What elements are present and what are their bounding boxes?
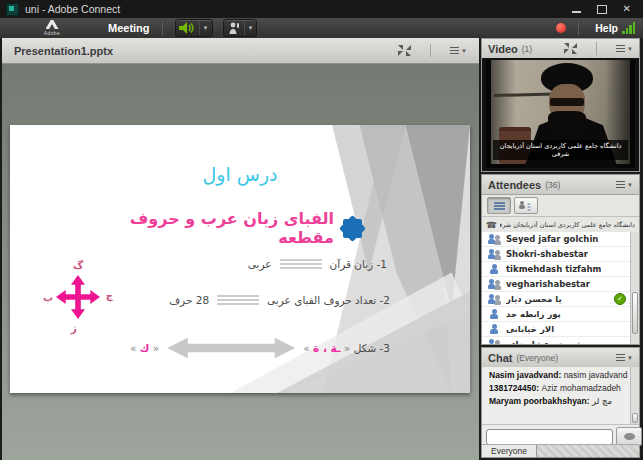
chat-input[interactable] [486, 429, 613, 445]
fullscreen-icon[interactable] [398, 45, 411, 56]
divider [596, 42, 597, 55]
chat-bubble-icon [624, 433, 635, 440]
star-icon [343, 219, 362, 238]
slide-item-3: 3- شكل « ـة ، ة » « ك » [50, 337, 390, 359]
close-button[interactable]: ✕ [623, 4, 631, 14]
attendee-role-icon [488, 339, 502, 345]
fullscreen-icon[interactable] [564, 43, 577, 54]
presentation-stage: درس اول الفبای زبان عرب و حروف مقطعه 1- … [2, 64, 479, 460]
adobe-a-icon [46, 20, 59, 29]
attendee-name: الار خیابانی [506, 324, 554, 334]
guillemet: » [130, 342, 136, 354]
attendee-name: tikmehdash tizfahm [506, 264, 601, 274]
divider [162, 22, 163, 35]
attendee-row[interactable]: vegharishabestar [482, 277, 631, 292]
attendee-name: شبستر_عشایرزاده [506, 339, 583, 344]
chat-header: Chat (Everyone) ▼ [482, 348, 639, 368]
attendee-row[interactable]: Seyed jafar golchin [482, 232, 631, 247]
attendee-status-view-button[interactable] [514, 197, 538, 214]
chat-sender: Maryam poorbakhshyan: [489, 396, 592, 406]
chat-text: nasim javadvand [564, 370, 628, 380]
host-name: دانشگاه جامع علمی کاربردی استان آذربایجا… [500, 221, 635, 229]
speaker-icon [179, 22, 195, 34]
attendee-name: Seyed jafar golchin [506, 234, 598, 244]
chat-scrollbar[interactable] [630, 367, 639, 424]
slide-heading: درس اول [140, 163, 340, 185]
chat-sender: Nasim javadvand: [489, 370, 564, 380]
chat-tab-bar: Everyone [482, 444, 639, 457]
chat-text: Aziz mohamadzadeh [541, 383, 620, 393]
status-dropdown-caret[interactable]: ▼ [244, 21, 254, 35]
restore-button[interactable] [597, 5, 607, 14]
menu-meeting[interactable]: Meeting [108, 22, 150, 34]
slide-item-1: 1- زبان قرآن عربی [215, 258, 387, 270]
attendees-header: Attendees (36) ▼ [482, 175, 639, 195]
item1-label: 1- زبان قرآن [330, 258, 388, 270]
attendees-toolbar [482, 195, 639, 217]
attendee-name: یا محسن دیار [506, 294, 562, 304]
chat-tab-everyone[interactable]: Everyone [482, 445, 537, 457]
panel-menu-icon[interactable]: ▼ [616, 181, 633, 188]
attendee-row[interactable]: پور رابطه جد [482, 307, 631, 322]
attendee-name: Shokri-shabestar [506, 249, 588, 259]
slide-subheading-row: الفبای زبان عرب و حروف مقطعه [70, 209, 362, 247]
attendee-row[interactable]: یا محسن دیار ✓ [482, 292, 631, 307]
slide[interactable]: درس اول الفبای زبان عرب و حروف مقطعه 1- … [10, 125, 470, 393]
attendee-row[interactable]: الار خیابانی [482, 322, 631, 337]
adobe-logo-label: Adobe [44, 30, 60, 36]
panel-menu-icon[interactable]: ▼ [616, 354, 633, 361]
adobe-connect-app-icon [6, 3, 19, 16]
panel-menu-icon[interactable]: ▼ [616, 45, 633, 52]
attendee-name: vegharishabestar [506, 279, 590, 289]
panel-menu-icon[interactable]: ▼ [450, 47, 467, 54]
presentation-title: Presentation1.pptx [14, 45, 113, 57]
minimize-button[interactable] [572, 11, 581, 13]
attendee-list-view-button[interactable] [487, 197, 511, 214]
double-arrow-icon [167, 337, 295, 359]
attendee-row[interactable]: tikmehdash tizfahm [482, 262, 631, 277]
attendee-list[interactable]: Seyed jafar golchin Shokri-shabestar tik… [482, 232, 631, 344]
item3-label-group: 3- شكل « ـة ، ة » [303, 342, 390, 354]
presentation-header: Presentation1.pptx ▼ [2, 38, 479, 64]
attendee-role-icon [488, 234, 502, 245]
video-count: (1) [522, 44, 532, 54]
cross-letter-left: پ [43, 292, 53, 303]
attendee-row[interactable]: شبستر_عشایرزاده [482, 337, 631, 344]
list-view-icon [494, 202, 505, 210]
set-status-button[interactable]: ▼ [223, 19, 258, 37]
attendee-row[interactable]: Shokri-shabestar [482, 247, 631, 262]
title-bar: uni - Adobe Connect ✕ [0, 0, 643, 18]
connection-signal-icon[interactable] [622, 22, 635, 34]
direction-cross-diagram: گ چ پ ژ [56, 275, 100, 319]
speaker-button[interactable]: ▼ [175, 19, 213, 37]
speaker-glasses [550, 98, 584, 106]
video-body: دانشگاه جامع علمی کاربردی استان آذربایجا… [482, 58, 639, 171]
chat-panel: Chat (Everyone) ▼ Nasim javadvand: nasim… [481, 347, 640, 458]
video-panel: Video (1) ▼ دانشگاه جامع علمی کاربردی اس… [481, 38, 640, 172]
divider [430, 44, 431, 57]
webcam-feed[interactable]: دانشگاه جامع علمی کاربردی استان آذربایجا… [486, 60, 635, 168]
guillemet: « [344, 342, 350, 354]
video-title: Video [488, 43, 518, 55]
status-agree-icon: ✓ [614, 293, 626, 305]
slide-item-2: 2- تعداد حروف الفبای عربی 28 حرف [128, 294, 390, 306]
window-title: uni - Adobe Connect [25, 3, 120, 15]
item3-pink-letters: ـة ، ة [313, 342, 340, 354]
scrollbar-thumb[interactable] [632, 413, 638, 423]
chat-message: Maryam poorbakhshyan: مچ لر [482, 393, 639, 406]
video-caption: دانشگاه جامع علمی کاربردی استان آذربایجا… [493, 140, 628, 160]
blank-bar-icon [217, 295, 259, 305]
item3-result-group: « ك » [130, 342, 159, 354]
item2-value: 28 حرف [169, 294, 209, 306]
attendees-scrollbar[interactable] [630, 232, 639, 344]
scrollbar-thumb[interactable] [632, 292, 638, 334]
cross-letter-bottom: ژ [71, 323, 77, 334]
attendee-role-icon [488, 324, 502, 335]
item3-result-letter: ك [140, 342, 150, 354]
chat-message-list[interactable]: Nasim javadvand: nasim javadvand 1381724… [482, 367, 639, 425]
phone-icon: ☎ [486, 220, 497, 230]
speaker-dropdown-caret[interactable]: ▼ [199, 21, 209, 35]
menu-help[interactable]: Help [595, 22, 618, 34]
chat-sender: 1381724450: [489, 383, 541, 393]
item3-label: 3- شكل [354, 342, 390, 354]
